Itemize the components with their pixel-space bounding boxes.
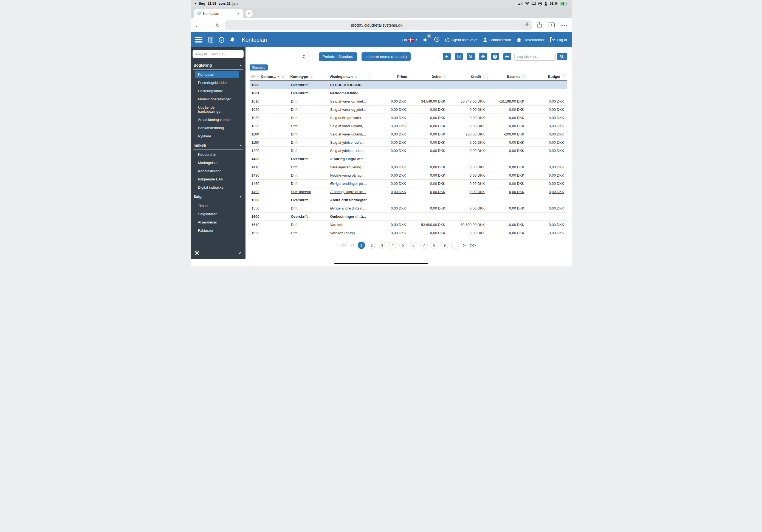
tab-kontoplan[interactable]: Kontoplan ✕ — [194, 9, 243, 18]
page-button-2[interactable]: 2 — [368, 242, 375, 249]
sidebar-item-momsindberetninger[interactable]: Momsindberetninger — [195, 96, 239, 103]
table-row-1150[interactable]: 1150DriftSalg af ydelser udlan...0,00 DK… — [250, 138, 567, 147]
sidebar-item-kontoplan[interactable]: Kontoplan — [195, 71, 239, 78]
collapse-arrow-icon[interactable]: ▲ — [240, 144, 242, 147]
location-button[interactable]: Hovedkontor — [516, 37, 545, 42]
filter-funnel-icon[interactable] — [522, 75, 526, 78]
table-row-1001[interactable]: 1001OverskriftNettoomsætning — [250, 89, 567, 97]
column-header-visningsnavn[interactable]: Visningsnavn — [328, 73, 370, 80]
search-button[interactable] — [557, 53, 567, 60]
add-button[interactable]: + — [443, 53, 451, 60]
table-row-1000[interactable]: 1000OverskriftRESULTATOPGØR... — [250, 81, 567, 89]
chevron-down-icon[interactable] — [256, 75, 260, 78]
back-icon[interactable]: ← — [195, 22, 200, 29]
table-row-1100[interactable]: 1100DriftSalg af varer udland,...0,00 DK… — [250, 130, 567, 138]
page-button-9[interactable]: 9 — [441, 242, 448, 249]
filter-funnel-icon[interactable] — [443, 75, 447, 78]
page-button-1[interactable]: 1 — [358, 242, 365, 249]
sidebar-section-header[interactable]: Bogføring▲ — [192, 63, 244, 67]
table-row-1430[interactable]: 1430DriftNedskrivning på lagr...0,00 DKK… — [250, 171, 567, 180]
sidebar-section-header[interactable]: Salg▲ — [192, 194, 244, 199]
sidebar-item-digital-indbakke[interactable]: Digital indbakke — [195, 184, 239, 191]
collapse-arrow-icon[interactable]: ▲ — [240, 195, 242, 198]
page-button-...[interactable]: ... — [451, 242, 459, 249]
table-row-1500[interactable]: 1500OverskriftAndre driftsindtægter — [250, 196, 567, 204]
table-row-1550[interactable]: 1550DriftØvrige andre driftsin...0,00 DK… — [250, 204, 567, 212]
sidebar-section-header[interactable]: Indkøb▲ — [192, 143, 244, 148]
sidebar-item-posteringsarkiv[interactable]: Posteringsarkiv — [195, 87, 239, 95]
table-row-1050[interactable]: 1050DriftSalg af varer udland,...0,00 DK… — [250, 122, 567, 130]
column-header-debet[interactable]: Debet — [409, 73, 448, 80]
forward-icon[interactable]: → — [205, 22, 211, 29]
table-row-1010[interactable]: 1010DriftSalg af varer og ydel...0,00 DK… — [250, 97, 567, 106]
help-button[interactable]: ? — [491, 53, 499, 60]
table-row-1410[interactable]: 1410DriftVarelagerregulering ...0,00 DKK… — [250, 163, 567, 171]
user-button[interactable]: Administrator — [483, 37, 511, 42]
sidebar-item-rykkere[interactable]: Rykkere — [195, 132, 239, 140]
page-button-8[interactable]: 8 — [431, 242, 438, 249]
period-select[interactable] — [250, 51, 309, 62]
table-search-input[interactable] — [514, 53, 556, 61]
tabs-icon[interactable]: 1 — [549, 22, 555, 28]
journal-icon[interactable] — [208, 37, 213, 42]
table-row-1020[interactable]: 1020DriftSalg af varer og ydel...0,00 DK… — [250, 106, 567, 114]
sound-button[interactable]: 0 — [423, 38, 429, 42]
periode-button[interactable]: Periode : Standard — [319, 52, 357, 61]
sidebar-item-fakturaer[interactable]: Fakturaer — [195, 227, 239, 234]
page-button-3[interactable]: 3 — [379, 242, 386, 249]
moms-button[interactable]: Indberet moms (manuelt) — [361, 52, 411, 61]
page-button-5[interactable]: 5 — [399, 242, 407, 249]
url-field[interactable]: prod05.cloudretailsystems.dk — [225, 20, 532, 30]
sidebar-item-k-bsfakturaer[interactable]: Købsfakturaer — [195, 167, 239, 175]
bell-icon[interactable] — [230, 37, 235, 43]
sidebar-item-k-bsordrer[interactable]: Købsordrer — [195, 151, 239, 158]
collapse-sidebar-icon[interactable]: < — [239, 251, 241, 256]
list-button[interactable] — [503, 53, 511, 60]
pagination-nav[interactable]: < — [350, 242, 354, 249]
sidebar-item-tilbud[interactable]: Tilbud — [195, 202, 239, 209]
pagination-nav[interactable]: > — [462, 242, 466, 249]
table-row-1620[interactable]: 1620DriftVarekøb (brugt)0,00 DKK0,00 DKK… — [250, 229, 567, 237]
gear-icon[interactable] — [194, 250, 200, 257]
logout-button[interactable]: Log af — [550, 37, 567, 42]
sidebar-item--rsafslutningsk-rsler[interactable]: Årsafslutningskørsler — [195, 116, 239, 123]
table-row-1030[interactable]: 1030DriftSalg af brugte varer0,00 DKK0,0… — [250, 114, 567, 122]
page-button-7[interactable]: 7 — [420, 242, 428, 249]
clock-icon[interactable] — [434, 37, 439, 43]
page-button-4[interactable]: 4 — [389, 242, 396, 249]
sidebar-item-bankafstemning[interactable]: Bankafstemning — [195, 124, 239, 132]
delete-button[interactable] — [467, 53, 475, 60]
sidebar-item-afsendelser[interactable]: Afsendelser — [195, 219, 239, 226]
table-row-1600[interactable]: 1600OverskriftOmkostninger til rå... — [250, 212, 567, 221]
sidebar-item-posteringskladder[interactable]: Posteringskladder — [195, 79, 239, 86]
table-row-1400[interactable]: 1400OverskriftÆndring i lagre af f... — [250, 155, 567, 163]
table-row-1490[interactable]: 1490Sum intervalÆndring i lagre af fæ...… — [250, 188, 567, 196]
new-tab-button[interactable]: + — [246, 10, 253, 17]
more-icon[interactable] — [561, 23, 567, 28]
gauge-icon[interactable] — [219, 37, 224, 43]
edit-button[interactable] — [455, 53, 463, 60]
sidebar-item-salgsordrer[interactable]: Salgsordrer — [195, 210, 239, 218]
table-row-1610[interactable]: 1610DriftVarekøb0,00 DKK53.600,00 DKK53.… — [250, 221, 567, 229]
home-indicator[interactable] — [334, 263, 428, 265]
filter-funnel-icon[interactable] — [354, 75, 358, 78]
sidebar-search-input[interactable] — [192, 50, 244, 58]
table-row-1460[interactable]: 1460DriftØvrige ændringer på ...0,00 DKK… — [250, 180, 567, 188]
collapse-arrow-icon[interactable]: ▲ — [240, 64, 242, 67]
grid-icon[interactable] — [251, 75, 255, 78]
reload-icon[interactable]: ↻ — [216, 22, 220, 28]
pagination-nav[interactable]: >> — [469, 242, 477, 249]
column-header-konton[interactable]: Konton...▲ — [250, 73, 289, 80]
close-tab-icon[interactable]: ✕ — [237, 12, 240, 16]
mic-icon[interactable] — [525, 23, 529, 28]
filter-funnel-icon[interactable] — [309, 75, 313, 78]
sidebar-item-modtagelser[interactable]: Modtagelser — [195, 159, 239, 167]
page-button-6[interactable]: 6 — [410, 242, 417, 249]
print-button[interactable] — [479, 53, 487, 60]
filter-funnel-icon[interactable] — [281, 75, 285, 78]
column-header-kredit[interactable]: Kredit — [448, 73, 488, 80]
filter-funnel-icon[interactable] — [562, 75, 565, 78]
column-header-kontotype[interactable]: Kontotype — [289, 73, 328, 80]
agent-button[interactable]: Agent ikke valgt — [445, 37, 478, 42]
pagination-nav[interactable]: << — [340, 242, 347, 249]
